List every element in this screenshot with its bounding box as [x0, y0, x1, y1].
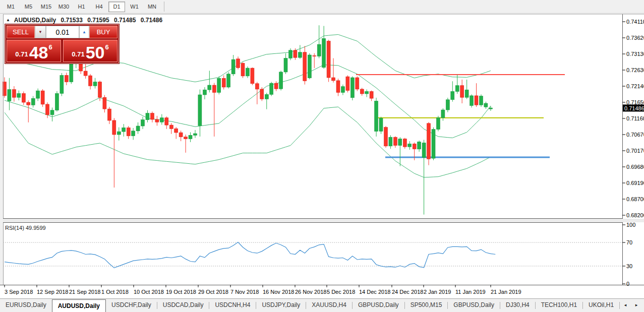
candle-body [313, 55, 316, 56]
sell-button[interactable]: SELL [7, 26, 35, 38]
candle-body [165, 118, 168, 125]
candle-body [413, 144, 416, 149]
candle-body [246, 68, 249, 76]
candle-body [336, 81, 340, 93]
candle-body [55, 93, 58, 110]
chart-tab-bar: EURUSD,DailyAUDUSD,DailyUSDCHF,DailyUSDC… [0, 298, 644, 312]
candle-body [460, 86, 464, 98]
candle-body [36, 91, 40, 98]
mt4-window: M1M5M15M30H1H4D1W1MN 0.741100.736200.731… [0, 0, 644, 312]
timeframe-button-m15[interactable]: M15 [38, 2, 54, 12]
ohlc-close: 0.71486 [141, 17, 162, 24]
candle-body [274, 83, 278, 89]
timeframe-button-h1[interactable]: H1 [73, 2, 90, 12]
rsi-axis-label: 0 [626, 281, 629, 287]
price-tick-label: 0.68200 [626, 212, 644, 218]
candle-body [422, 143, 426, 157]
tab-usdcnh-h4[interactable]: USDCNH,H4 [209, 299, 256, 312]
buy-price-display[interactable]: 0.71 50 6 [63, 40, 118, 62]
date-tick-label: 14 Dec 2018 [359, 289, 390, 295]
volume-input[interactable] [46, 26, 79, 38]
timeframe-button-mn[interactable]: MN [144, 2, 160, 12]
candle-body [455, 86, 459, 92]
candle-body [470, 96, 474, 106]
candle-body [322, 38, 326, 68]
date-tick-label: 16 Nov 2018 [263, 289, 294, 295]
tab-gbpusd-daily[interactable]: GBPUSD,Daily [448, 299, 500, 312]
candle-body [65, 75, 68, 82]
candle-body [327, 41, 330, 78]
candle-body [160, 118, 163, 122]
timeframe-button-m5[interactable]: M5 [20, 2, 37, 12]
candle-body [346, 77, 349, 90]
tab-usdjpy-daily[interactable]: USDJPY,Daily [256, 299, 306, 312]
candle-body [98, 82, 102, 98]
volume-increase-button[interactable]: ▴ [79, 26, 89, 38]
candle-body [289, 50, 292, 58]
tab-gbpusd-daily[interactable]: GBPUSD,Daily [353, 299, 404, 312]
panel-splitter[interactable] [3, 219, 644, 222]
candle-body [107, 109, 111, 120]
timeframe-button-w1[interactable]: W1 [126, 2, 143, 12]
candle-body [317, 44, 321, 56]
candle-body [408, 144, 412, 147]
candle-body [489, 108, 492, 109]
tab-xauusd-h4[interactable]: XAUUSD,H4 [306, 299, 352, 312]
candle-body [150, 113, 154, 119]
candle-body [241, 63, 245, 76]
candle-body [356, 78, 359, 89]
candle-body [89, 76, 92, 86]
timeframe-button-h4[interactable]: H4 [91, 2, 107, 12]
tab-tech100-h1[interactable]: TECH100,H1 [536, 299, 582, 312]
tab-dj30-h4[interactable]: DJ30,H4 [500, 299, 535, 312]
timeframe-button-m30[interactable]: M30 [55, 2, 72, 12]
candle-body [465, 90, 469, 97]
candle-body [184, 137, 188, 139]
timeframe-button-d1[interactable]: D1 [108, 2, 125, 12]
candle-body [27, 102, 30, 105]
candle-body [384, 128, 388, 146]
buy-button[interactable]: BUY [89, 26, 118, 38]
candle-body [294, 50, 297, 57]
candle-body [308, 55, 311, 78]
tab-ukoil-h1[interactable]: UKOil,H1 [583, 299, 619, 312]
candle-body [136, 126, 140, 131]
rsi-indicator-label: RSI(14) 49.9599 [5, 225, 46, 231]
candle-body [332, 78, 335, 81]
price-tick-label: 0.73620 [626, 35, 644, 41]
candle-body [127, 128, 130, 136]
candle-body [17, 93, 21, 97]
tab-usdchf-daily[interactable]: USDCHF,Daily [106, 299, 157, 312]
candle-body [375, 101, 378, 131]
candle-body [112, 120, 116, 135]
collapse-panel-icon[interactable]: ▲ [6, 18, 10, 22]
sell-price-pip: 6 [48, 43, 52, 51]
tab-scroll-right-button[interactable]: ▸ [631, 299, 642, 312]
tab-audusd-daily[interactable]: AUDUSD,Daily [52, 299, 106, 312]
tab-eurusd-daily[interactable]: EURUSD,Daily [0, 299, 52, 312]
candle-body [451, 91, 454, 99]
candle-body [203, 90, 206, 95]
price-tick-label: 0.69190 [626, 180, 644, 186]
candle-body [93, 82, 97, 86]
tab-usdcad-daily[interactable]: USDCAD,Daily [157, 299, 209, 312]
timeframe-button-m1[interactable]: M1 [3, 2, 19, 12]
sell-price-display[interactable]: 0.71 48 6 [7, 40, 61, 62]
toolbar-separator [164, 2, 164, 12]
candle-body [50, 110, 54, 115]
candle-body [279, 72, 283, 89]
candle-body [441, 110, 445, 118]
candle-body [46, 104, 49, 115]
candle-body [260, 89, 264, 99]
tab-scroll-left-button[interactable]: ◂ [620, 299, 631, 312]
candle-body [103, 97, 106, 109]
buy-price-pip: 6 [105, 43, 108, 51]
tab-sp500-m15[interactable]: SP500,M15 [405, 299, 448, 312]
candle-body [227, 74, 230, 87]
volume-decrease-button[interactable]: ▾ [35, 26, 46, 38]
candle-body [365, 91, 369, 94]
candle-body [393, 137, 397, 145]
price-tick-label: 0.73130 [626, 51, 644, 57]
candle-body [212, 85, 216, 92]
price-tick-label: 0.71160 [626, 115, 644, 121]
